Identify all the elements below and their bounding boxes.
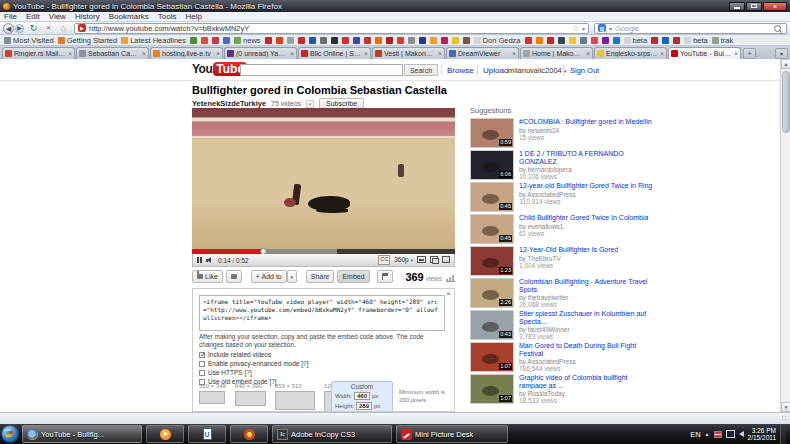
statistics-icon[interactable] <box>446 274 455 282</box>
search-icon[interactable] <box>774 25 781 32</box>
menu-item[interactable]: View <box>49 12 66 21</box>
width-input[interactable]: 460 <box>354 392 370 400</box>
bookmark-item[interactable] <box>276 37 283 44</box>
share-button[interactable]: Share <box>306 270 335 283</box>
suggestion-item[interactable]: 1:07 Graphic video of Colombia bullfight… <box>470 374 655 404</box>
uploader-name[interactable]: YetenekSizdeTurkiye <box>192 99 266 108</box>
show-desktop-button[interactable] <box>780 424 786 444</box>
bookmark-item[interactable] <box>613 37 620 44</box>
bookmark-star-icon[interactable]: ☆ <box>572 24 579 33</box>
suggestion-uploader[interactable]: by RussiaToday <box>519 390 655 397</box>
suggestion-item[interactable]: 1:23 12-Year-Old Bullfighter Is Gored by… <box>470 246 655 276</box>
bookmark-item[interactable]: Don Gedza <box>474 36 521 45</box>
browser-tab[interactable]: YouTube - Bullfighter... <box>668 47 741 59</box>
dislike-button[interactable] <box>226 270 242 283</box>
embed-size-preset[interactable]: 640 × 390 <box>235 383 266 406</box>
tab-close-icon[interactable] <box>216 50 220 57</box>
youtube-logo[interactable]: You Tube <box>192 62 247 76</box>
quality-selector[interactable]: 360p ▾ <box>394 256 413 263</box>
close-button[interactable]: × <box>763 2 787 11</box>
suggestion-item[interactable]: 0:45 Child Bullfighter Gored Twice In Co… <box>470 214 655 244</box>
bookmark-item[interactable] <box>375 37 382 44</box>
suggestion-thumbnail[interactable]: 1:23 <box>470 246 514 276</box>
suggestion-uploader[interactable]: by AssociatedPress <box>519 191 652 198</box>
back-button[interactable]: ◀ <box>3 23 14 34</box>
scroll-up-icon[interactable]: ▲ <box>781 59 790 69</box>
home-icon[interactable]: ⌂ <box>58 23 69 34</box>
suggestion-title[interactable]: Colombian Bullfighting - Adventure Trave… <box>519 278 655 293</box>
bookmark-item[interactable] <box>591 37 598 44</box>
scrollbar-thumb[interactable] <box>782 71 790 133</box>
bookmark-item[interactable] <box>201 37 208 44</box>
maximize-button[interactable] <box>746 2 762 11</box>
minimize-button[interactable] <box>729 2 745 11</box>
search-engine-dropdown-icon[interactable]: ▾ <box>609 25 612 32</box>
suggestion-item[interactable]: 2:26 Colombian Bullfighting - Adventure … <box>470 278 655 308</box>
action-center-flag-icon[interactable] <box>714 431 722 438</box>
pause-button[interactable] <box>197 257 202 263</box>
add-to-dropdown-icon[interactable]: ▾ <box>287 270 297 283</box>
bookmark-item[interactable] <box>419 37 426 44</box>
bookmark-item[interactable]: Latest Headlines <box>121 36 186 45</box>
menu-item[interactable]: Bookmarks <box>109 12 149 21</box>
bookmark-item[interactable] <box>331 37 338 44</box>
sign-out-link[interactable]: Sign Out <box>570 66 599 75</box>
suggestion-thumbnail[interactable]: 0:59 <box>470 118 514 148</box>
flag-button[interactable] <box>377 270 393 283</box>
bookmark-item[interactable] <box>287 37 294 44</box>
suggestion-item[interactable]: 6:06 1 DE 2 / TRIBUTO A FERNANDO GONZALE… <box>470 150 655 180</box>
bookmark-item[interactable] <box>536 37 543 44</box>
bookmark-item[interactable] <box>265 37 272 44</box>
bookmark-item[interactable] <box>452 37 459 44</box>
browser-tab[interactable]: Englesko-srpski rečnik ... <box>594 47 667 59</box>
checkbox[interactable] <box>199 361 205 367</box>
browser-tab[interactable]: DreamViewer <box>446 47 519 59</box>
tab-close-icon[interactable] <box>660 50 664 57</box>
tab-close-icon[interactable] <box>290 50 294 57</box>
add-to-button[interactable]: + Add to <box>251 270 287 283</box>
taskbar-clock[interactable]: 3:26 PM 2/15/2011 <box>748 427 776 442</box>
bookmark-item[interactable] <box>602 37 609 44</box>
taskbar-security-app-button[interactable] <box>230 425 268 443</box>
suggestion-uploader[interactable]: by bernardolopera <box>519 166 655 173</box>
video-frame[interactable] <box>192 108 455 249</box>
browser-tab[interactable]: (0 unread) Yahoo! Mail... <box>224 47 297 59</box>
bookmark-item[interactable] <box>558 37 565 44</box>
embed-code-textarea[interactable]: <iframe title="YouTube video player" wid… <box>199 295 445 331</box>
bookmark-item[interactable] <box>223 37 230 44</box>
new-tab-button[interactable]: + <box>743 48 756 59</box>
embed-option[interactable]: Include related videos <box>199 351 308 358</box>
reload-icon[interactable]: ↻ <box>28 23 39 34</box>
network-icon[interactable] <box>726 430 735 438</box>
tab-close-icon[interactable] <box>68 50 72 57</box>
bookmark-item[interactable]: beta <box>684 36 708 45</box>
suggestion-title[interactable]: 1 DE 2 / TRIBUTO A FERNANDO GONZALEZ <box>519 150 655 165</box>
embed-size-preset[interactable]: 853 × 510 <box>275 383 315 410</box>
tab-close-icon[interactable] <box>586 50 590 57</box>
volume-icon[interactable] <box>739 431 744 437</box>
menu-item[interactable]: Edit <box>26 12 40 21</box>
player-size-icon[interactable] <box>430 256 438 263</box>
captions-button[interactable]: CC <box>378 255 390 264</box>
suggestion-uploader[interactable]: by evehallows1 <box>519 223 648 230</box>
uploader-dropdown-icon[interactable]: ▾ <box>306 100 314 108</box>
bookmark-item[interactable] <box>353 37 360 44</box>
tab-close-icon[interactable] <box>364 50 368 57</box>
suggestion-thumbnail[interactable]: 1:07 <box>470 374 514 404</box>
vertical-scrollbar[interactable]: ▲ ▼ <box>780 59 790 412</box>
suggestion-thumbnail[interactable]: 6:06 <box>470 150 514 180</box>
suggestion-title[interactable]: #COLOMBIA : Bullfighter gored in Medelli… <box>519 118 652 126</box>
bookmark-item[interactable] <box>580 37 587 44</box>
bookmark-item[interactable]: Getting Started <box>58 36 117 45</box>
preset-box[interactable] <box>275 391 315 410</box>
menu-item[interactable]: Tools <box>158 12 177 21</box>
taskbar-document-app-button[interactable]: U <box>188 425 226 443</box>
bookmark-item[interactable] <box>212 37 219 44</box>
menu-item[interactable]: File <box>4 12 17 21</box>
tab-list-dropdown-icon[interactable]: ▾ <box>775 48 788 59</box>
account-menu[interactable]: milanuvalic2004 ▾ <box>508 66 566 75</box>
tab-close-icon[interactable] <box>438 50 442 57</box>
bookmark-item[interactable] <box>662 37 669 44</box>
bookmark-item[interactable] <box>408 37 415 44</box>
suggestion-item[interactable]: 0:43 Stier spiesst Zuschauer in Kolumbie… <box>470 310 655 340</box>
